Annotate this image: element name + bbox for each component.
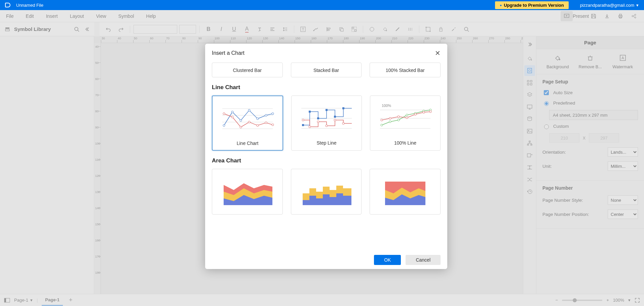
svg-rect-73 xyxy=(326,109,328,111)
svg-point-79 xyxy=(326,125,328,127)
svg-rect-71 xyxy=(309,111,311,113)
svg-point-56 xyxy=(248,109,250,111)
chart-option-100-stacked-bar[interactable]: 100% Stacked Bar xyxy=(370,63,441,77)
svg-point-99 xyxy=(429,111,431,113)
svg-point-98 xyxy=(423,111,425,113)
svg-point-55 xyxy=(240,119,242,121)
modal-title: Insert a Chart xyxy=(212,50,244,56)
svg-point-61 xyxy=(231,116,233,118)
svg-point-81 xyxy=(342,122,344,124)
chart-option-100-line[interactable]: 100% 100% Line xyxy=(370,95,441,151)
svg-point-89 xyxy=(406,114,408,116)
svg-point-58 xyxy=(265,114,267,116)
chart-option-area[interactable] xyxy=(212,169,283,215)
svg-point-76 xyxy=(302,119,304,121)
svg-point-57 xyxy=(257,118,259,120)
svg-point-80 xyxy=(334,119,336,121)
chart-option-step-area[interactable] xyxy=(291,169,362,215)
svg-point-93 xyxy=(381,119,383,121)
svg-point-94 xyxy=(389,117,391,119)
svg-text:100%: 100% xyxy=(382,104,391,108)
ok-button[interactable]: OK xyxy=(374,255,401,265)
svg-point-63 xyxy=(248,121,250,123)
svg-rect-70 xyxy=(302,124,304,126)
chevron-down-icon: ▾ xyxy=(636,3,639,8)
user-menu[interactable]: pizzandparatha@gmail.com ▾ xyxy=(579,3,640,8)
svg-rect-72 xyxy=(317,117,319,119)
close-icon[interactable]: ✕ xyxy=(435,49,441,57)
chart-option-clustered-bar[interactable]: Clustered Bar xyxy=(212,63,283,77)
svg-point-86 xyxy=(381,124,383,126)
svg-point-78 xyxy=(317,121,319,123)
upgrade-button[interactable]: Upgrade to Premium Version xyxy=(495,1,568,9)
svg-point-66 xyxy=(272,124,274,126)
chart-option-line[interactable]: Line Chart xyxy=(212,95,283,151)
svg-point-64 xyxy=(257,124,259,126)
svg-point-62 xyxy=(240,126,242,128)
chart-option-stacked-area[interactable] xyxy=(370,169,441,215)
cancel-button[interactable]: Cancel xyxy=(406,255,441,265)
app-logo-icon[interactable] xyxy=(4,2,11,8)
svg-point-65 xyxy=(265,122,267,124)
titlebar: Unnamed File Upgrade to Premium Version … xyxy=(0,0,644,10)
svg-point-97 xyxy=(414,113,416,115)
area-chart-section-title: Area Chart xyxy=(212,157,441,164)
svg-point-96 xyxy=(406,117,408,119)
svg-point-54 xyxy=(231,111,233,113)
chart-option-stacked-bar[interactable]: Stacked Bar xyxy=(291,63,362,77)
svg-point-59 xyxy=(272,113,274,115)
svg-point-60 xyxy=(223,113,225,115)
insert-chart-modal: Insert a Chart ✕ Clustered Bar Stacked B… xyxy=(205,44,447,269)
svg-point-53 xyxy=(223,124,225,126)
line-chart-section-title: Line Chart xyxy=(212,84,441,91)
svg-rect-74 xyxy=(334,116,336,118)
svg-rect-75 xyxy=(342,107,344,109)
svg-point-77 xyxy=(309,126,311,128)
svg-point-95 xyxy=(397,116,400,118)
file-name[interactable]: Unnamed File xyxy=(16,3,43,8)
svg-point-87 xyxy=(389,121,391,123)
chart-option-step-line[interactable]: Step Line xyxy=(291,95,362,151)
svg-point-88 xyxy=(397,119,400,121)
user-email: pizzandparatha@gmail.com xyxy=(580,3,634,8)
